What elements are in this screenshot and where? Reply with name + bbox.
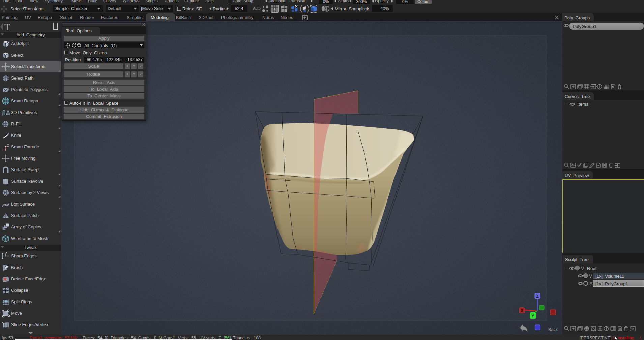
- svg-text:Z: Z: [536, 294, 538, 299]
- svg-text:X: X: [521, 308, 523, 313]
- svg-text:Back: Back: [548, 327, 558, 332]
- svg-text:Y: Y: [531, 313, 534, 318]
